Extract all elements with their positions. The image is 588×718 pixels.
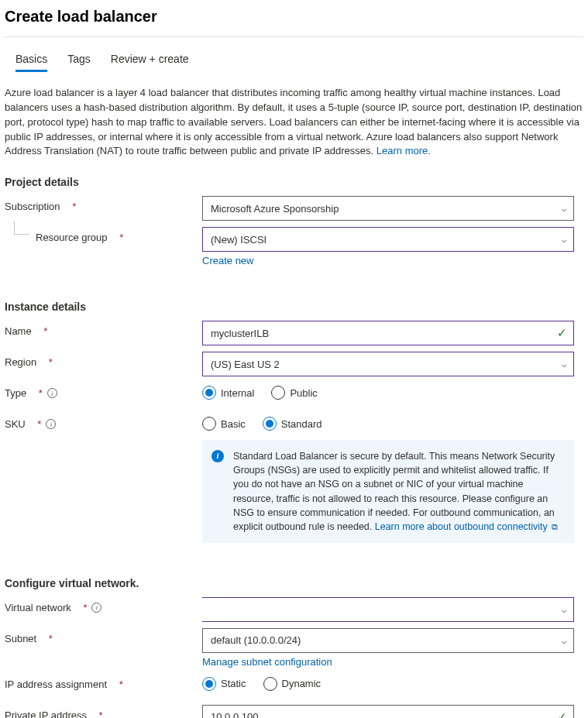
subscription-value: Microsoft Azure Sponsorship — [211, 203, 339, 215]
region-select[interactable]: (US) East US 2 ⌵ — [202, 352, 574, 376]
required-marker: * — [119, 678, 123, 690]
label-sku-text: SKU — [5, 418, 26, 430]
sku-radio-group: Basic Standard — [202, 414, 574, 431]
manage-subnet-link[interactable]: Manage subnet configuration — [202, 656, 332, 668]
required-marker: * — [37, 418, 41, 430]
label-name-text: Name — [5, 325, 32, 337]
radio-type-public[interactable]: Public — [271, 386, 317, 400]
required-marker: * — [119, 232, 123, 243]
subnet-value: default (10.0.0.0/24) — [211, 634, 301, 646]
radio-sku-basic[interactable]: Basic — [202, 417, 246, 431]
chevron-down-icon: ⌵ — [562, 235, 567, 245]
label-virtual-network: Virtual network * i — [5, 597, 202, 613]
info-icon[interactable]: i — [46, 419, 56, 429]
subscription-select[interactable]: Microsoft Azure Sponsorship ⌵ — [202, 196, 574, 221]
required-marker: * — [43, 325, 47, 337]
label-type: Type * i — [5, 383, 202, 399]
tab-basics[interactable]: Basics — [15, 53, 47, 72]
radio-ip-dynamic[interactable]: Dynamic — [263, 677, 322, 691]
sku-info-box: i Standard Load Balancer is secure by de… — [202, 440, 574, 543]
check-icon: ✓ — [557, 326, 567, 340]
name-input[interactable]: myclusterILB ✓ — [202, 321, 574, 345]
type-radio-group: Internal Public — [202, 383, 574, 400]
radio-label-internal: Internal — [221, 387, 254, 399]
virtual-network-select[interactable]: ⌵ — [202, 597, 574, 622]
learn-more-link[interactable]: Learn more. — [377, 145, 431, 156]
tab-review-create[interactable]: Review + create — [111, 53, 189, 72]
label-region-text: Region — [5, 356, 36, 368]
label-subscription: Subscription * — [5, 196, 202, 212]
radio-label-public: Public — [290, 387, 317, 399]
tabs: Basics Tags Review + create — [5, 53, 583, 72]
resource-group-select[interactable]: (New) ISCSI ⌵ — [202, 227, 574, 252]
label-sku: SKU * i — [5, 414, 202, 430]
radio-ip-static[interactable]: Static — [202, 677, 246, 691]
required-marker: * — [39, 387, 43, 399]
private-ip-input[interactable]: 10.0.0.100 ✓ — [202, 705, 574, 718]
label-ip-assignment-text: IP address assignment — [5, 678, 107, 690]
resource-group-value: (New) ISCSI — [211, 234, 266, 246]
chevron-down-icon: ⌵ — [562, 635, 567, 645]
label-subnet: Subnet * — [5, 628, 202, 644]
ip-assignment-radio-group: Static Dynamic — [202, 674, 574, 691]
radio-circle-icon — [271, 386, 285, 400]
required-marker: * — [83, 602, 87, 613]
info-icon[interactable]: i — [47, 388, 57, 398]
tree-line-icon — [14, 221, 29, 235]
outbound-learn-text: Learn more about outbound connectivity — [375, 521, 548, 532]
outbound-learn-more-link[interactable]: Learn more about outbound connectivity ⧉ — [375, 521, 559, 532]
radio-type-internal[interactable]: Internal — [202, 386, 254, 400]
page-title: Create load balancer — [5, 8, 583, 26]
label-private-ip-text: Private IP address — [5, 709, 87, 718]
label-region: Region * — [5, 352, 202, 368]
radio-circle-icon — [263, 417, 277, 431]
label-ip-assignment: IP address assignment * — [5, 674, 202, 690]
radio-label-dynamic: Dynamic — [282, 678, 322, 689]
create-new-link[interactable]: Create new — [202, 255, 253, 266]
label-private-ip: Private IP address * — [5, 705, 202, 718]
label-resource-group: Resource group * — [5, 227, 202, 243]
radio-label-basic: Basic — [221, 418, 246, 430]
intro-text: Azure load balancer is a layer 4 load ba… — [5, 86, 583, 159]
label-type-text: Type — [5, 387, 26, 399]
label-resource-group-text: Resource group — [36, 232, 108, 243]
chevron-down-icon: ⌵ — [562, 204, 567, 214]
required-marker: * — [49, 356, 53, 368]
required-marker: * — [99, 709, 103, 718]
info-icon: i — [211, 450, 224, 462]
section-instance-details: Instance details — [5, 301, 583, 313]
radio-label-static: Static — [221, 678, 246, 689]
info-box-text: Standard Load Balancer is secure by defa… — [233, 451, 555, 532]
label-subscription-text: Subscription — [5, 201, 60, 212]
intro-text-body: Azure load balancer is a layer 4 load ba… — [5, 87, 582, 156]
region-value: (US) East US 2 — [211, 359, 280, 370]
private-ip-value: 10.0.0.100 — [211, 711, 258, 718]
section-configure-vnet: Configure virtual network. — [5, 577, 583, 589]
radio-circle-icon — [202, 417, 216, 431]
check-icon: ✓ — [557, 710, 567, 718]
radio-label-standard: Standard — [281, 418, 322, 430]
radio-circle-icon — [263, 677, 277, 691]
label-subnet-text: Subnet — [5, 633, 36, 644]
name-value: myclusterILB — [211, 328, 269, 339]
label-virtual-network-text: Virtual network — [5, 602, 71, 613]
chevron-down-icon: ⌵ — [562, 604, 567, 614]
required-marker: * — [49, 633, 53, 644]
info-icon[interactable]: i — [91, 603, 101, 613]
section-project-details: Project details — [5, 176, 583, 188]
subnet-select[interactable]: default (10.0.0.0/24) ⌵ — [202, 628, 574, 653]
divider — [5, 36, 583, 37]
external-link-icon: ⧉ — [552, 522, 558, 531]
label-name: Name * — [5, 321, 202, 337]
radio-circle-icon — [202, 386, 216, 400]
chevron-down-icon: ⌵ — [562, 359, 567, 369]
required-marker: * — [72, 201, 76, 212]
tab-tags[interactable]: Tags — [67, 53, 91, 72]
radio-circle-icon — [202, 677, 216, 691]
radio-sku-standard[interactable]: Standard — [263, 417, 322, 431]
